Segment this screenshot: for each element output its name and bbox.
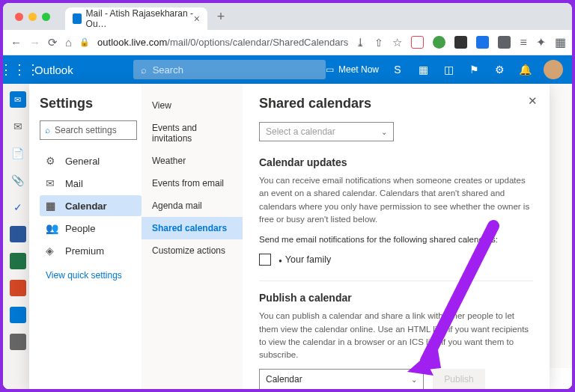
calendar-icon: ▦ bbox=[46, 200, 58, 212]
category-general[interactable]: ⚙ General bbox=[40, 150, 142, 171]
window-controls bbox=[9, 13, 56, 21]
skype-icon[interactable]: S bbox=[391, 63, 404, 76]
address-bar[interactable]: outlook.live.com/mail/0/options/calendar… bbox=[97, 37, 348, 48]
rail-todo-icon[interactable]: ✓ bbox=[10, 199, 26, 215]
search-icon: ⌕ bbox=[45, 125, 50, 135]
reload-button[interactable]: ⟳ bbox=[48, 37, 58, 49]
account-avatar[interactable] bbox=[544, 60, 563, 79]
quick-settings-link[interactable]: View quick settings bbox=[40, 263, 142, 288]
search-icon: ⌕ bbox=[141, 64, 147, 76]
browser-tab[interactable]: Mail - Atish Rajasekharan - Ou… × bbox=[65, 7, 207, 30]
extensions-icon[interactable]: ✦ bbox=[536, 35, 546, 49]
app-name: Outlook bbox=[34, 64, 73, 76]
publish-button[interactable]: Publish bbox=[433, 369, 485, 389]
notifications-icon[interactable]: 🔔 bbox=[518, 63, 532, 76]
search-input[interactable]: ⌕ Search bbox=[133, 60, 326, 79]
settings-sidebar: Settings ⌕ Search settings ⚙ General ✉ M… bbox=[29, 84, 142, 389]
share-icon[interactable]: ⇧ bbox=[374, 37, 383, 49]
left-rail: ✉ ✉ 📄 📎 ✓ bbox=[3, 84, 33, 389]
rail-word-icon[interactable] bbox=[10, 226, 26, 242]
settings-title: Settings bbox=[40, 96, 142, 111]
family-calendar-row: ●Your family bbox=[259, 254, 533, 266]
publish-calendar-select[interactable]: Calendar ⌄ bbox=[259, 369, 424, 389]
header-actions: ▭ Meet Now S ▦ ◫ ⚑ ⚙ 🔔 bbox=[326, 60, 563, 79]
category-people[interactable]: 👥 People bbox=[40, 218, 142, 239]
browser-window: Mail - Atish Rajasekharan - Ou… × + ← → … bbox=[3, 3, 572, 389]
outlook-favicon bbox=[73, 13, 82, 24]
family-checkbox[interactable] bbox=[259, 254, 271, 266]
rail-file-icon[interactable]: 📄 bbox=[10, 145, 26, 162]
ext-icon-2[interactable] bbox=[498, 36, 511, 49]
ext-blue-icon[interactable] bbox=[476, 36, 489, 49]
settings-search-input[interactable]: ⌕ Search settings bbox=[40, 120, 137, 140]
people-icon: 👥 bbox=[46, 222, 58, 234]
rail-mail-icon-2[interactable]: ✉ bbox=[10, 118, 26, 135]
back-button[interactable]: ← bbox=[10, 37, 22, 49]
minimize-window-button[interactable] bbox=[28, 13, 37, 21]
publish-help-text: You can publish a calendar and share a l… bbox=[259, 310, 533, 361]
subcat-shared-calendars[interactable]: Shared calendars bbox=[142, 217, 243, 239]
app-launcher-button[interactable]: ⋮⋮⋮ bbox=[12, 62, 27, 77]
ext-icon-3[interactable]: ▦ bbox=[555, 35, 566, 49]
new-tab-button[interactable]: + bbox=[212, 7, 230, 25]
outlook-header: ⋮⋮⋮ Outlook ⌕ Search ▭ Meet Now S ▦ ◫ ⚑ … bbox=[3, 55, 572, 84]
subcategories: View Events and invitations Weather Even… bbox=[142, 84, 243, 389]
family-label: ●Your family bbox=[279, 254, 331, 265]
install-icon[interactable]: ⤓ bbox=[356, 36, 365, 49]
maximize-window-button[interactable] bbox=[42, 13, 50, 21]
tips-icon[interactable]: ⚑ bbox=[467, 63, 481, 76]
ext-icon[interactable] bbox=[454, 36, 467, 49]
rail-onedrive-icon[interactable] bbox=[10, 307, 26, 323]
settings-modal: Settings ⌕ Search settings ⚙ General ✉ M… bbox=[29, 84, 550, 389]
outlook-icon[interactable]: ◫ bbox=[442, 63, 455, 76]
main-panel: ✕ Shared calendars Select a calendar ⌄ C… bbox=[243, 84, 550, 389]
tab-title: Mail - Atish Rajasekharan - Ou… bbox=[86, 8, 194, 29]
chevron-down-icon: ⌄ bbox=[381, 128, 387, 136]
publish-section-title: Publish a calendar bbox=[259, 292, 533, 304]
category-mail[interactable]: ✉ Mail bbox=[40, 173, 142, 194]
bookmark-icon[interactable]: ☆ bbox=[392, 36, 402, 49]
rail-powerpoint-icon[interactable] bbox=[10, 280, 26, 296]
extension-icons: ⤓ ⇧ ☆ ≡ ✦ ▦ ⋮ bbox=[356, 35, 572, 50]
subcat-weather[interactable]: Weather bbox=[142, 150, 243, 172]
close-window-button[interactable] bbox=[15, 13, 23, 21]
forward-button[interactable]: → bbox=[29, 37, 40, 49]
subcat-events[interactable]: Events and invitations bbox=[142, 117, 243, 150]
chevron-down-icon: ⌄ bbox=[411, 376, 417, 384]
mail-icon: ✉ bbox=[46, 177, 58, 189]
category-premium[interactable]: ◈ Premium bbox=[40, 240, 142, 261]
subcat-events-email[interactable]: Events from email bbox=[142, 172, 243, 195]
category-calendar[interactable]: ▦ Calendar bbox=[40, 195, 142, 216]
gear-icon: ⚙ bbox=[46, 155, 58, 167]
updates-section-title: Calendar updates bbox=[259, 156, 533, 168]
close-button[interactable]: ✕ bbox=[528, 94, 538, 108]
subcat-agenda[interactable]: Agenda mail bbox=[142, 195, 243, 217]
rail-excel-icon[interactable] bbox=[10, 253, 26, 269]
video-icon: ▭ bbox=[326, 64, 334, 75]
meet-now-button[interactable]: ▭ Meet Now bbox=[326, 64, 379, 75]
ext-green-icon[interactable] bbox=[433, 36, 445, 49]
close-tab-button[interactable]: × bbox=[194, 13, 200, 25]
rail-mail-icon[interactable]: ✉ bbox=[10, 91, 26, 108]
divider bbox=[259, 281, 533, 281]
content-area: ✉ ✉ 📄 📎 ✓ VK Vishal Khandelwal 35 Ideas … bbox=[3, 84, 572, 389]
home-button[interactable]: ⌂ bbox=[65, 37, 72, 49]
subcat-customize[interactable]: Customize actions bbox=[142, 239, 243, 262]
subcat-view[interactable]: View bbox=[142, 94, 243, 117]
rail-more-icon[interactable] bbox=[10, 334, 26, 350]
diamond-icon: ◈ bbox=[46, 245, 58, 257]
updates-help-text: You can receive email notifications when… bbox=[259, 174, 533, 226]
panel-title: Shared calendars bbox=[259, 96, 533, 111]
settings-icon[interactable]: ⚙ bbox=[493, 63, 506, 76]
send-me-text: Send me email notifications for the foll… bbox=[259, 233, 533, 246]
search-placeholder: Search bbox=[153, 64, 183, 76]
lock-icon: 🔒 bbox=[79, 37, 90, 47]
rail-attach-icon[interactable]: 📎 bbox=[10, 172, 26, 189]
reading-list-icon[interactable]: ≡ bbox=[520, 36, 526, 49]
calendar-icon[interactable]: ▦ bbox=[416, 63, 430, 76]
publish-row: Calendar ⌄ Select permissions ⌄ Can view… bbox=[259, 369, 533, 389]
tab-strip: Mail - Atish Rajasekharan - Ou… × + bbox=[3, 3, 572, 30]
calendar-select[interactable]: Select a calendar ⌄ bbox=[259, 122, 394, 141]
pocket-icon[interactable] bbox=[411, 36, 424, 49]
url-bar: ← → ⟳ ⌂ 🔒 outlook.live.com/mail/0/option… bbox=[3, 30, 572, 55]
